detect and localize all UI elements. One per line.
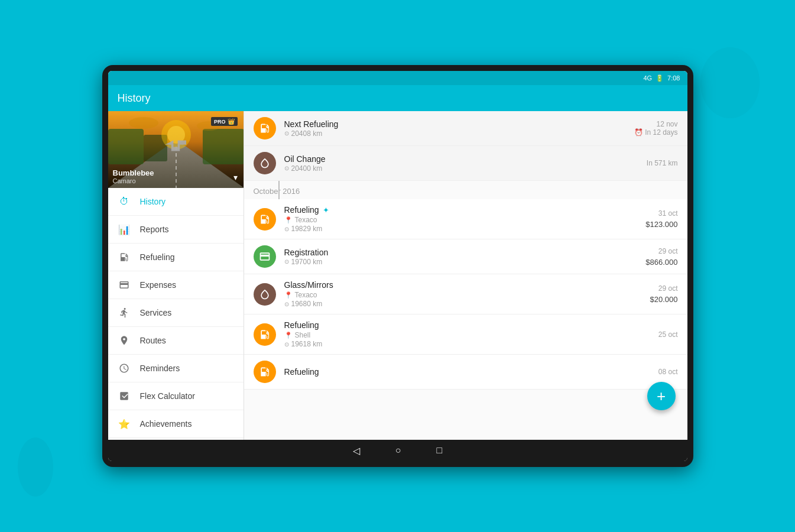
- refueling-oct31-body: Refueling ✦ 📍 Texaco ⊙ 19829 km: [284, 205, 640, 233]
- refueling-icon: [118, 251, 131, 264]
- list-item[interactable]: Oil Change ⊙ 20400 km In 571 km: [244, 146, 687, 181]
- sidebar-item-history[interactable]: ⏱ History: [108, 188, 244, 216]
- sidebar-item-reports[interactable]: 📊 Reports: [108, 216, 244, 244]
- history-icon: ⏱: [118, 195, 131, 208]
- next-refueling-reminder: ⏰ In 12 days: [634, 128, 677, 137]
- list-item[interactable]: Refueling 08 oct: [244, 355, 687, 390]
- sidebar-item-refueling[interactable]: Refueling: [108, 244, 244, 271]
- achievements-icon: ⭐: [118, 417, 131, 430]
- timeline: Next Refueling ⊙ 20408 km 12 nov ⏰ In 12…: [244, 111, 687, 390]
- tablet-screen: 4G 🔋 7:08 History: [108, 71, 687, 461]
- recent-apps-button[interactable]: □: [437, 445, 443, 456]
- registration-meta: 29 oct $866.000: [645, 247, 677, 267]
- list-item[interactable]: Refueling ✦ 📍 Texaco ⊙ 19829 km: [244, 199, 687, 239]
- refueling-oct25-meta: 25 oct: [658, 330, 678, 339]
- star-icon: ✦: [323, 206, 329, 215]
- car-model: Camaro: [113, 177, 154, 184]
- sidebar-item-routes-label: Routes: [140, 336, 166, 345]
- list-item[interactable]: Refueling 📍 Shell ⊙ 19618 km 25 oct: [244, 314, 687, 355]
- oil-change-body: Oil Change ⊙ 20400 km: [284, 154, 641, 173]
- main-content: PRO 👑 Bumblebee Camaro ▾: [108, 111, 687, 440]
- history-panel[interactable]: Next Refueling ⊙ 20408 km 12 nov ⏰ In 12…: [244, 111, 687, 440]
- oil-change-icon: [254, 152, 276, 174]
- services-icon: [118, 306, 131, 319]
- refueling-oct31-date: 31 oct: [645, 209, 677, 218]
- refueling-oct25-km: ⊙ 19618 km: [284, 340, 653, 348]
- registration-date: 29 oct: [645, 247, 677, 255]
- sidebar-item-services-label: Services: [140, 308, 172, 317]
- sidebar-item-reminders[interactable]: Reminders: [108, 355, 244, 382]
- registration-icon: [254, 245, 276, 268]
- sidebar-item-achievements-label: Achievements: [140, 419, 192, 429]
- refueling-oct25-body: Refueling 📍 Shell ⊙ 19618 km: [284, 320, 653, 348]
- car-banner[interactable]: PRO 👑 Bumblebee Camaro ▾: [108, 111, 244, 188]
- nav-items: ⏱ History 📊 Reports Refueling: [108, 188, 244, 440]
- month-header-october: October 2016: [244, 181, 687, 199]
- refueling-oct31-location: 📍 Texaco: [284, 216, 640, 224]
- list-item[interactable]: Registration ⊙ 19700 km 29 oct $866.000: [244, 239, 687, 274]
- svg-point-8: [129, 117, 158, 129]
- refueling-oct08-meta: 08 oct: [658, 368, 678, 376]
- oil-change-meta: In 571 km: [647, 159, 678, 167]
- refueling-oct31-icon: [254, 208, 276, 231]
- home-button[interactable]: ○: [395, 445, 401, 456]
- refueling-oct25-icon: [254, 323, 276, 346]
- refueling-oct08-body: Refueling: [284, 367, 653, 377]
- sidebar-item-reports-label: Reports: [140, 225, 169, 234]
- dropdown-arrow-icon[interactable]: ▾: [233, 173, 238, 182]
- next-refueling-icon: [254, 117, 276, 140]
- bottom-nav: ◁ ○ □: [108, 440, 687, 461]
- registration-km: ⊙ 19700 km: [284, 258, 640, 266]
- glass-mirrors-meta: 29 oct $20.000: [650, 284, 678, 304]
- back-button[interactable]: ◁: [353, 445, 360, 456]
- battery-icon: 🔋: [656, 74, 664, 82]
- car-name: Bumblebee: [113, 168, 154, 177]
- car-info: Bumblebee Camaro: [113, 168, 154, 184]
- signal-icon: 4G: [643, 74, 652, 82]
- oil-change-km: ⊙ 20400 km: [284, 164, 641, 173]
- glass-mirrors-value: $20.000: [650, 295, 678, 304]
- sidebar-item-flex-calculator[interactable]: Flex Calculator: [108, 382, 244, 410]
- list-item[interactable]: Next Refueling ⊙ 20408 km 12 nov ⏰ In 12…: [244, 111, 687, 146]
- sidebar-item-history-label: History: [140, 197, 166, 206]
- sidebar-item-flex-calculator-label: Flex Calculator: [140, 391, 195, 401]
- refueling-oct08-icon: [254, 361, 276, 383]
- refueling-oct31-meta: 31 oct $123.000: [645, 209, 677, 229]
- sidebar-item-expenses-label: Expenses: [140, 280, 176, 290]
- refueling-oct25-title: Refueling: [284, 320, 653, 330]
- list-item[interactable]: Glass/Mirrors 📍 Texaco ⊙ 19680 km 2: [244, 274, 687, 314]
- next-refueling-body: Next Refueling ⊙ 20408 km: [284, 119, 629, 138]
- refueling-oct31-km: ⊙ 19829 km: [284, 225, 640, 233]
- reminders-icon: [118, 362, 131, 375]
- flex-calculator-icon: [118, 390, 131, 403]
- pro-badge: PRO 👑: [211, 117, 238, 126]
- svg-rect-5: [203, 129, 244, 164]
- refueling-oct25-date: 25 oct: [658, 330, 678, 339]
- next-refueling-meta: 12 nov ⏰ In 12 days: [634, 120, 677, 137]
- add-fab-button[interactable]: +: [647, 382, 676, 410]
- status-bar: 4G 🔋 7:08: [108, 71, 687, 85]
- svg-rect-3: [108, 129, 144, 164]
- routes-icon: [118, 334, 131, 347]
- crown-icon: 👑: [228, 118, 235, 125]
- sidebar-item-expenses[interactable]: Expenses: [108, 271, 244, 299]
- glass-mirrors-location: 📍 Texaco: [284, 291, 644, 299]
- registration-title: Registration: [284, 248, 640, 257]
- clock: 7:08: [667, 74, 680, 82]
- sidebar-item-routes[interactable]: Routes: [108, 327, 244, 355]
- bg-shape-right: [700, 47, 760, 118]
- oil-change-title: Oil Change: [284, 154, 641, 164]
- registration-value: $866.000: [645, 258, 677, 267]
- tablet-frame: 4G 🔋 7:08 History: [102, 65, 693, 467]
- sidebar-item-services[interactable]: Services: [108, 299, 244, 327]
- sidebar-item-reminders-label: Reminders: [140, 364, 180, 373]
- glass-mirrors-body: Glass/Mirrors 📍 Texaco ⊙ 19680 km: [284, 280, 644, 308]
- oil-change-reminder: In 571 km: [647, 159, 678, 167]
- glass-mirrors-date: 29 oct: [650, 284, 678, 293]
- reports-icon: 📊: [118, 223, 131, 236]
- registration-body: Registration ⊙ 19700 km: [284, 248, 640, 266]
- refueling-oct31-title: Refueling ✦: [284, 205, 640, 215]
- sidebar: PRO 👑 Bumblebee Camaro ▾: [108, 111, 244, 440]
- glass-mirrors-km: ⊙ 19680 km: [284, 300, 644, 308]
- sidebar-item-achievements[interactable]: ⭐ Achievements: [108, 410, 244, 438]
